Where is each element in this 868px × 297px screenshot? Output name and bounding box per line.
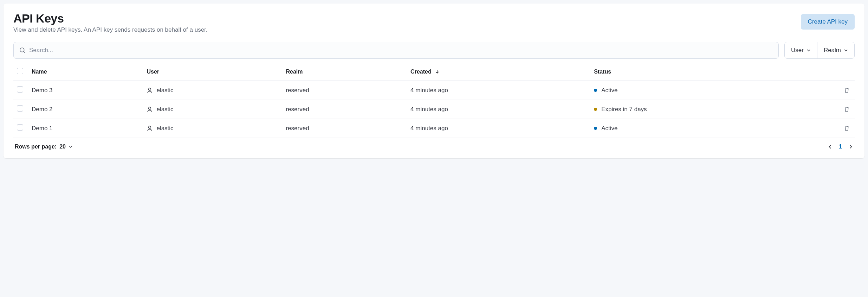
delete-row-button[interactable] [842,86,851,95]
filter-realm-button[interactable]: Realm [817,42,854,58]
chevron-right-icon [848,144,853,149]
column-created-label: Created [410,69,432,75]
table-row: Demo 3elasticreserved4 minutes agoActive [13,81,855,100]
cell-user-text: elastic [156,125,173,132]
cell-name: Demo 2 [28,100,143,119]
rows-per-page-value: 20 [59,144,66,150]
trash-icon [844,106,850,112]
table-footer: Rows per page: 20 1 [13,138,855,151]
cell-status: Active [590,119,837,138]
svg-point-4 [149,107,151,109]
user-icon [147,87,153,94]
svg-line-1 [24,52,25,53]
cell-status: Active [590,81,837,100]
filter-user-label: User [791,47,804,54]
page-title: API Keys [13,12,208,25]
table-header-row: Name User Realm Created Status [13,63,855,81]
cell-status-text: Expires in 7 days [601,106,647,113]
column-actions [837,63,855,81]
search-icon [19,47,26,53]
column-select-all [13,63,28,81]
cell-user-text: elastic [156,106,173,113]
search-field-wrap[interactable] [13,42,779,59]
table-row: Demo 1elasticreserved4 minutes agoActive [13,119,855,138]
status-dot-icon [594,127,597,130]
header-row: API Keys View and delete API keys. An AP… [13,12,855,33]
api-keys-table: Name User Realm Created Status Demo 3ela… [13,63,855,138]
chevron-down-icon [69,145,73,149]
api-keys-panel: API Keys View and delete API keys. An AP… [4,4,864,158]
cell-user: elastic [143,100,282,119]
prev-page-button[interactable] [828,144,833,149]
chevron-left-icon [828,144,833,149]
svg-point-0 [20,48,24,52]
cell-status: Expires in 7 days [590,100,837,119]
next-page-button[interactable] [848,144,853,149]
filter-realm-label: Realm [824,47,841,54]
sort-desc-icon [435,69,439,74]
delete-row-button[interactable] [842,124,851,133]
create-api-key-button[interactable]: Create API key [801,14,855,30]
rows-per-page-prefix: Rows per page: [15,144,57,150]
page-subtitle: View and delete API keys. An API key sen… [13,26,208,33]
status-dot-icon [594,108,597,111]
table-row: Demo 2elasticreserved4 minutes agoExpire… [13,100,855,119]
cell-created: 4 minutes ago [407,119,590,138]
cell-realm: reserved [282,100,407,119]
select-all-checkbox[interactable] [17,68,23,74]
cell-status-text: Active [601,87,617,94]
user-icon [147,106,153,113]
cell-user: elastic [143,119,282,138]
trash-icon [844,125,850,131]
delete-row-button[interactable] [842,105,851,114]
svg-point-3 [149,88,151,90]
cell-realm: reserved [282,119,407,138]
row-checkbox[interactable] [17,86,23,93]
column-created[interactable]: Created [407,63,590,81]
svg-point-5 [149,126,151,128]
row-checkbox[interactable] [17,124,23,131]
title-block: API Keys View and delete API keys. An AP… [13,12,208,33]
pagination: 1 [828,144,853,150]
page-number-current[interactable]: 1 [839,144,842,150]
column-user[interactable]: User [143,63,282,81]
column-status[interactable]: Status [590,63,837,81]
chevron-down-icon [844,48,848,52]
column-realm[interactable]: Realm [282,63,407,81]
cell-created: 4 minutes ago [407,81,590,100]
cell-status-text: Active [601,125,617,132]
controls-row: User Realm [13,42,855,59]
trash-icon [844,87,850,93]
row-checkbox[interactable] [17,105,23,112]
chevron-down-icon [807,48,811,52]
user-icon [147,125,153,132]
cell-name: Demo 1 [28,119,143,138]
cell-user: elastic [143,81,282,100]
filter-group: User Realm [784,42,855,59]
cell-realm: reserved [282,81,407,100]
cell-user-text: elastic [156,87,173,94]
rows-per-page-selector[interactable]: Rows per page: 20 [15,144,73,150]
cell-created: 4 minutes ago [407,100,590,119]
filter-user-button[interactable]: User [785,42,817,58]
column-name[interactable]: Name [28,63,143,81]
status-dot-icon [594,89,597,92]
search-input[interactable] [29,47,773,54]
cell-name: Demo 3 [28,81,143,100]
